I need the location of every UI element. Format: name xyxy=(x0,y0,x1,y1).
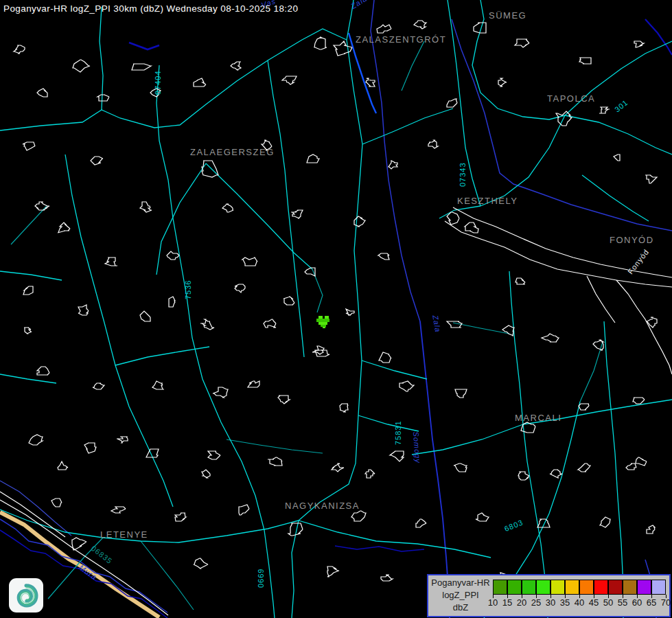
minor-roads-layer xyxy=(11,41,603,610)
radar-basemap xyxy=(0,0,672,618)
settlements-layer xyxy=(14,21,657,589)
legend-color-box xyxy=(637,580,651,595)
legend-caption: Poganyvar-HR logZ_PPI dbZ xyxy=(428,577,493,614)
legend-color-box xyxy=(594,580,608,595)
legend-unit: dbZ xyxy=(428,602,493,614)
legend-radar-name: Poganyvar-HR xyxy=(428,577,493,589)
legend-color-box xyxy=(608,580,623,595)
legend-color-box xyxy=(493,580,507,595)
legend-color-box xyxy=(507,580,522,595)
main-roads-layer xyxy=(0,0,672,618)
legend-color-box xyxy=(623,580,637,595)
met-service-logo xyxy=(9,578,43,613)
legend-color-box xyxy=(536,580,551,595)
spiral-icon xyxy=(12,582,40,609)
map-title: Poganyvar-HR logZ_PPI 30km (dbZ) Wednesd… xyxy=(3,3,298,14)
legend-color-box xyxy=(551,580,565,595)
radar-map-viewport: SÜMEGZALASZENTGRÓTTAPOLCAZALAEGERSZEGKES… xyxy=(0,0,672,618)
radar-echo xyxy=(316,316,329,328)
legend-panel: Poganyvar-HR logZ_PPI dbZ 10152025303540… xyxy=(427,574,671,617)
legend-color-box xyxy=(522,580,536,595)
legend-color-box xyxy=(579,580,594,595)
legend-tick-value: 70 xyxy=(658,597,672,608)
legend-color-box xyxy=(651,580,666,595)
legend-color-box xyxy=(565,580,579,595)
shoreline-layer xyxy=(0,207,672,615)
legend-product-name: logZ_PPI xyxy=(428,589,493,602)
